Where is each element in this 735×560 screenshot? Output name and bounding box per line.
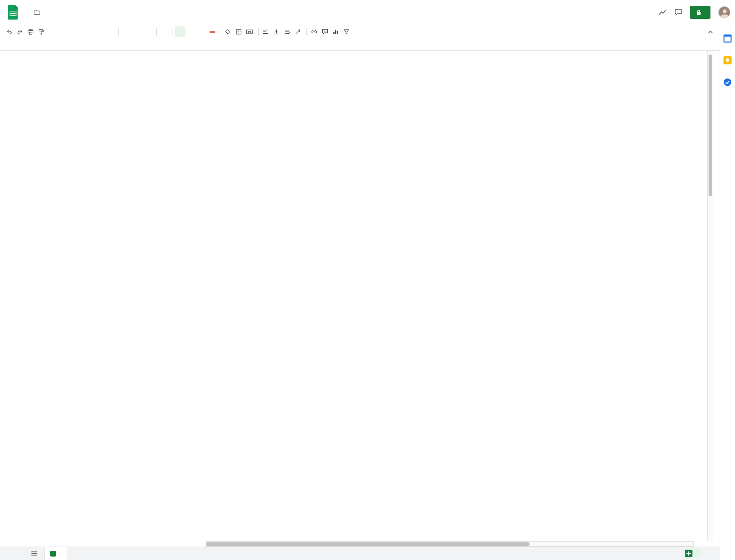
zoom-select[interactable] xyxy=(47,26,57,37)
filter-button[interactable] xyxy=(341,26,352,37)
explore-button[interactable] xyxy=(682,548,701,559)
redo-button[interactable] xyxy=(15,26,25,37)
formula-bar[interactable] xyxy=(0,39,720,51)
text-color-bar xyxy=(210,31,215,33)
insert-chart-button[interactable] xyxy=(330,26,341,37)
lock-icon xyxy=(696,10,701,15)
sheets-logo-icon[interactable] xyxy=(8,5,18,20)
keep-icon[interactable] xyxy=(724,56,732,64)
toolbar-separator xyxy=(258,28,259,36)
decrease-decimal-button[interactable] xyxy=(84,26,95,37)
horizontal-scrollbar-thumb[interactable] xyxy=(206,542,530,546)
toolbar-separator xyxy=(220,28,220,36)
percent-format-button[interactable] xyxy=(73,26,84,37)
merge-cells-button[interactable] xyxy=(244,26,256,37)
number-format-select[interactable] xyxy=(105,26,116,37)
top-actions xyxy=(658,6,735,19)
calendar-icon[interactable] xyxy=(724,34,732,43)
sheet-tab-sheet1[interactable] xyxy=(44,547,67,560)
comment-history-icon[interactable] xyxy=(674,9,682,16)
share-button[interactable] xyxy=(690,6,710,19)
strikethrough-button[interactable] xyxy=(196,26,207,37)
vertical-scrollbar[interactable] xyxy=(707,51,713,541)
insights-icon[interactable] xyxy=(658,9,667,16)
grid-area xyxy=(0,51,707,541)
toolbar-separator xyxy=(172,28,172,36)
vertical-align-button[interactable] xyxy=(272,26,282,37)
font-family-select[interactable] xyxy=(121,26,154,37)
horizontal-scrollbar[interactable] xyxy=(205,541,694,547)
title-block xyxy=(25,9,40,15)
currency-format-button[interactable] xyxy=(62,26,73,37)
tasks-icon[interactable] xyxy=(724,78,732,86)
font-size-select[interactable] xyxy=(159,26,170,37)
top-bar xyxy=(0,0,735,25)
insert-link-button[interactable] xyxy=(309,26,320,37)
all-sheets-button[interactable] xyxy=(28,547,41,560)
bold-button[interactable] xyxy=(175,26,185,37)
toolbar-separator xyxy=(306,28,307,36)
user-avatar[interactable] xyxy=(718,6,730,18)
chevron-up-icon xyxy=(707,30,714,34)
fill-color-button[interactable] xyxy=(223,26,233,37)
side-panel xyxy=(720,25,735,560)
add-sheet-button[interactable] xyxy=(15,547,28,560)
move-to-folder-icon[interactable] xyxy=(34,9,40,15)
paint-format-button[interactable] xyxy=(36,26,47,37)
toolbar xyxy=(0,25,720,39)
explore-icon xyxy=(685,550,692,557)
hamburger-icon xyxy=(31,551,37,556)
horizontal-scroll-arrows xyxy=(694,541,697,547)
text-rotation-button[interactable] xyxy=(293,26,304,37)
sheet-tab-badge xyxy=(50,551,56,557)
toolbar-separator xyxy=(156,28,157,36)
borders-button[interactable] xyxy=(233,26,244,37)
vertical-scrollbar-thumb[interactable] xyxy=(709,54,712,196)
toolbar-separator xyxy=(60,28,60,36)
increase-decimal-button[interactable] xyxy=(95,26,105,37)
undo-button[interactable] xyxy=(4,26,15,37)
toolbar-separator xyxy=(118,28,119,36)
sheet-tabs-bar xyxy=(0,547,720,560)
text-wrap-button[interactable] xyxy=(282,26,293,37)
horizontal-align-button[interactable] xyxy=(261,26,272,37)
hide-toolbar-button[interactable] xyxy=(707,30,714,34)
text-color-button[interactable] xyxy=(207,26,218,37)
functions-button[interactable] xyxy=(352,26,363,37)
insert-comment-button[interactable] xyxy=(320,26,330,37)
italic-button[interactable] xyxy=(185,26,196,37)
print-button[interactable] xyxy=(25,26,36,37)
